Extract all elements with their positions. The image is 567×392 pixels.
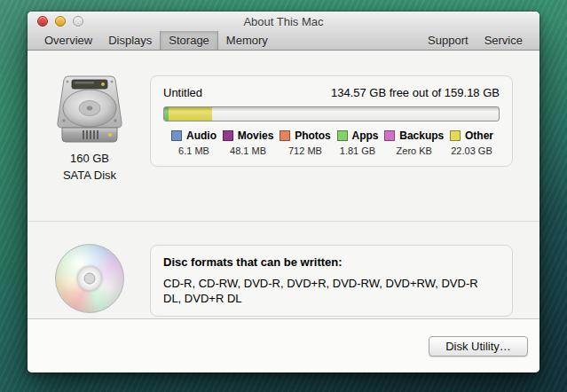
legend-item-backups: Backups Zero KB [384,129,444,156]
tab-memory[interactable]: Memory [218,31,276,50]
storage-pane: 160 GB SATA Disk Untitled 134.57 GB free… [28,51,539,318]
usage-segment-other [169,107,213,121]
disc-formats-title: Disc formats that can be written: [163,255,500,269]
section-divider [28,221,539,222]
free-space-text: 134.57 GB free out of 159.18 GB [331,86,500,99]
cd-disc-icon [55,244,124,313]
movies-swatch-icon [223,130,233,141]
toolbar-spacer [276,31,420,50]
tab-storage[interactable]: Storage [160,31,218,50]
legend-value: Zero KB [384,145,444,156]
window-title: About This Mac [28,12,539,31]
tab-displays[interactable]: Displays [100,31,160,50]
volume-name: Untitled [163,86,202,99]
legend-item-photos: Photos 712 MB [280,129,331,156]
legend-label: Audio [186,129,217,142]
zoom-button [73,16,83,27]
legend-value: 48.1 MB [223,145,274,156]
service-menu-item[interactable]: Service [476,31,531,50]
footer-bar: Disk Utility… [28,318,539,372]
close-button[interactable] [37,16,48,27]
legend-value: 1.81 GB [337,145,379,156]
legend-label: Backups [399,129,444,142]
audio-swatch-icon [171,130,182,141]
legend-value: 22.03 GB [450,145,493,156]
disk-name-label: SATA Disk [28,169,152,183]
legend-item-apps: Apps 1.81 GB [337,129,379,156]
about-this-mac-window: About This Mac Overview Displays Storage… [28,12,539,372]
legend-item-audio: Audio 6.1 MB [171,129,217,156]
legend-label: Movies [238,129,274,142]
legend-value: 6.1 MB [171,145,217,156]
disc-formats-list: CD-R, CD-RW, DVD-R, DVD+R, DVD-RW, DVD+R… [163,276,492,306]
disk-utility-button[interactable]: Disk Utility… [429,336,528,357]
legend-label: Other [465,129,493,142]
minimize-button[interactable] [55,16,66,27]
toolbar-tabs: Overview Displays Storage Memory Support… [28,31,539,50]
backups-swatch-icon [384,130,395,141]
other-swatch-icon [450,130,461,141]
support-menu-item[interactable]: Support [420,31,476,50]
traffic-lights [37,16,83,27]
legend-value: 712 MB [280,145,331,156]
legend-item-other: Other 22.03 GB [450,129,493,156]
disk-size-label: 160 GB [28,152,152,166]
hard-disk-icon [53,74,126,149]
apps-swatch-icon [337,130,348,141]
disc-formats-box: Disc formats that can be written: CD-R, … [150,245,513,317]
storage-usage-bar [163,106,500,122]
tab-overview[interactable]: Overview [36,31,100,50]
usage-legend: Audio 6.1 MB Movies 48.1 MB Photos 712 M… [163,129,500,156]
title-bar[interactable]: About This Mac [28,12,539,31]
volume-usage-box: Untitled 134.57 GB free out of 159.18 GB… [150,75,513,167]
sata-disk-device: 160 GB SATA Disk [28,74,152,183]
legend-label: Apps [352,129,379,142]
window-chrome: About This Mac Overview Displays Storage… [28,12,539,51]
legend-item-movies: Movies 48.1 MB [223,129,274,156]
legend-label: Photos [295,129,331,142]
photos-swatch-icon [280,130,290,141]
